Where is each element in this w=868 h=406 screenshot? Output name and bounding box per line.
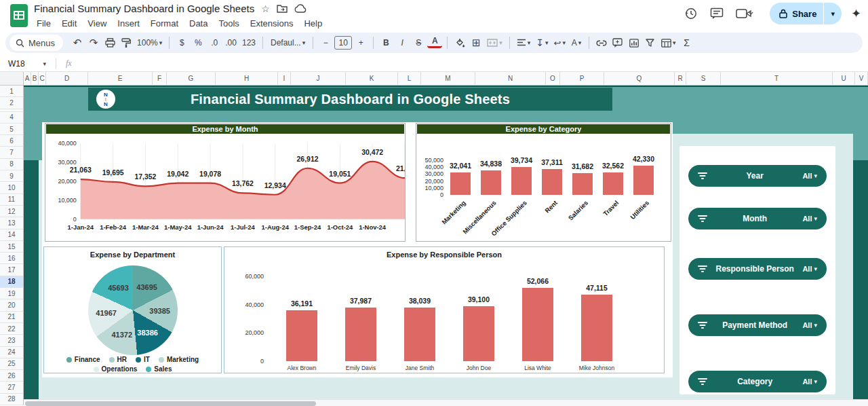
italic-button[interactable]: I <box>395 35 410 51</box>
column-header-Q[interactable]: Q <box>604 72 675 86</box>
gemini-sparkle-icon[interactable]: ✦ <box>851 6 861 21</box>
star-icon[interactable]: ☆ <box>261 3 270 14</box>
column-header-N[interactable]: N <box>475 72 546 86</box>
column-header-B[interactable]: B <box>31 72 39 86</box>
column-header-K[interactable]: K <box>346 72 398 86</box>
row-header-7[interactable]: 7 <box>0 147 24 158</box>
column-header-R[interactable]: R <box>675 72 686 86</box>
filter-pill-responsible-person[interactable]: Responsible PersonAll▾ <box>688 258 827 280</box>
row-header-25[interactable]: 25 <box>0 358 24 370</box>
text-rotation-button[interactable]: A▾ <box>569 35 584 51</box>
row-header-9[interactable]: 9 <box>0 170 24 182</box>
increase-decimals-button[interactable]: .00 <box>223 35 239 51</box>
column-header-C[interactable]: C <box>39 72 46 86</box>
row-header-6[interactable]: 6 <box>0 135 24 147</box>
column-header-I[interactable]: I <box>278 72 291 86</box>
row-header-27[interactable]: 27 <box>0 382 24 393</box>
row-header-5[interactable]: 5 <box>0 124 24 135</box>
row-header-19[interactable]: 19 <box>0 288 24 299</box>
comments-icon[interactable] <box>709 5 725 22</box>
row-header-17[interactable]: 17 <box>0 264 24 276</box>
row-header-12[interactable]: 12 <box>0 206 24 217</box>
chart-expense-by-category[interactable]: Expense by Category 010,00020,00030,0004… <box>416 123 671 242</box>
horizontal-scrollbar[interactable] <box>24 399 868 406</box>
column-header-D[interactable]: D <box>46 72 88 86</box>
sheet-grid[interactable]: NtN Financial Summary Dashboard in Googl… <box>24 86 868 406</box>
bar-Miscellaneous[interactable] <box>481 170 501 195</box>
undo-button[interactable]: ↶ <box>70 35 85 51</box>
menu-edit[interactable]: Edit <box>56 17 82 30</box>
text-wrap-button[interactable]: ↩▾ <box>552 35 568 51</box>
menu-file[interactable]: File <box>31 17 56 30</box>
fill-color-button[interactable] <box>452 35 467 51</box>
chart-expense-by-person[interactable]: Expense by Responsible Person 020,00040,… <box>224 246 665 373</box>
row-header-13[interactable]: 13 <box>0 217 24 229</box>
column-header-V[interactable]: V <box>855 72 868 86</box>
row-header-23[interactable]: 23 <box>0 335 24 346</box>
bar-Mike Johnson[interactable] <box>581 295 612 361</box>
row-header-20[interactable]: 20 <box>0 299 24 311</box>
row-header-26[interactable]: 26 <box>0 370 24 382</box>
redo-button[interactable]: ↷ <box>86 35 101 51</box>
column-header-J[interactable]: J <box>291 72 346 86</box>
scrollbar-thumb[interactable] <box>25 401 316 406</box>
increase-font-size-button[interactable]: + <box>353 35 368 51</box>
vertical-align-button[interactable]: ↧▾ <box>534 35 550 51</box>
menu-format[interactable]: Format <box>145 17 184 30</box>
insert-chart-button[interactable] <box>627 35 642 51</box>
bar-Emily Davis[interactable] <box>345 308 376 361</box>
bar-Rent[interactable] <box>542 169 562 195</box>
bar-Alex Brown[interactable] <box>286 310 317 361</box>
column-header-L[interactable]: L <box>398 72 421 86</box>
column-header-H[interactable]: H <box>216 72 278 86</box>
column-header-G[interactable]: G <box>167 72 216 86</box>
version-history-icon[interactable] <box>683 5 699 22</box>
bar-John Doe[interactable] <box>463 306 494 361</box>
cloud-status-icon[interactable] <box>294 4 307 13</box>
column-header-O[interactable]: O <box>546 72 560 86</box>
bar-Jane Smith[interactable] <box>404 308 435 361</box>
row-header-21[interactable]: 21 <box>0 312 24 323</box>
row-header-16[interactable]: 16 <box>0 253 24 264</box>
row-header-8[interactable]: 8 <box>0 159 24 170</box>
select-all-corner[interactable] <box>0 72 24 86</box>
row-header-15[interactable]: 15 <box>0 241 24 253</box>
menu-view[interactable]: View <box>82 17 112 30</box>
merge-cells-button[interactable]: ▾ <box>485 35 505 51</box>
row-header-2[interactable]: 2 <box>0 97 24 109</box>
insert-comment-button[interactable] <box>610 35 625 51</box>
filter-caret-icon[interactable]: ▾ <box>814 265 817 272</box>
bar-Travel[interactable] <box>603 172 623 195</box>
bar-Office Supplies[interactable] <box>511 167 532 195</box>
horizontal-align-button[interactable]: ▾ <box>515 35 533 51</box>
bar-Lisa White[interactable] <box>522 288 553 361</box>
share-button[interactable]: Share ▾ <box>770 3 842 24</box>
filter-caret-icon[interactable]: ▾ <box>814 378 817 385</box>
column-header-M[interactable]: M <box>421 72 475 86</box>
menu-tools[interactable]: Tools <box>213 17 244 30</box>
row-header-14[interactable]: 14 <box>0 229 24 241</box>
font-size-input[interactable]: 10 <box>334 36 352 50</box>
menu-extensions[interactable]: Extensions <box>245 17 299 30</box>
paint-format-button[interactable] <box>119 35 134 51</box>
column-header-E[interactable]: E <box>88 72 153 86</box>
name-box-caret-icon[interactable]: ▾ <box>43 60 46 67</box>
filter-pill-month[interactable]: MonthAll▾ <box>688 208 827 229</box>
column-header-F[interactable]: F <box>153 72 167 86</box>
text-color-button[interactable]: A <box>427 37 442 48</box>
row-header-24[interactable]: 24 <box>0 347 24 358</box>
row-header-11[interactable]: 11 <box>0 194 24 206</box>
functions-button[interactable]: Σ <box>679 35 694 51</box>
row-header-4[interactable]: 4 <box>0 112 24 124</box>
bar-Salaries[interactable] <box>572 173 593 195</box>
filter-pill-category[interactable]: CategoryAll▾ <box>688 371 827 392</box>
meet-camera-icon[interactable] <box>734 5 760 22</box>
filter-caret-icon[interactable]: ▾ <box>814 172 817 179</box>
format-currency-button[interactable]: $ <box>174 35 189 51</box>
insert-link-button[interactable] <box>594 35 609 51</box>
menus-search-button[interactable]: Menus <box>9 35 63 51</box>
filter-caret-icon[interactable]: ▾ <box>814 322 817 329</box>
bold-button[interactable]: B <box>378 35 393 51</box>
chart-expense-by-department[interactable]: Expense by Department 436953938538386413… <box>43 246 222 373</box>
format-percent-button[interactable]: % <box>191 35 205 51</box>
